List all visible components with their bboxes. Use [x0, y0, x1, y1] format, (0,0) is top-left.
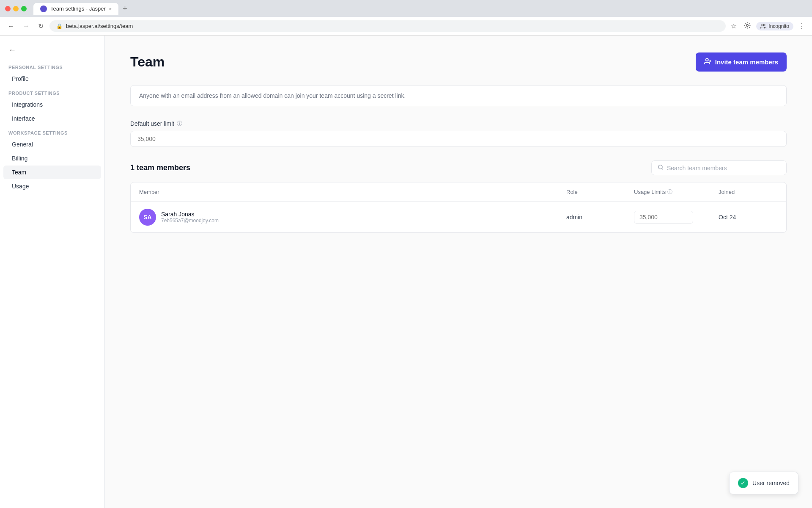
team-members-count: 1 team members: [130, 163, 190, 172]
close-dot[interactable]: [5, 6, 11, 11]
sidebar-item-usage[interactable]: Usage: [3, 179, 101, 193]
workspace-settings-section: Workspace settings General Billing Team …: [0, 127, 104, 193]
default-user-limit-label: Default user limit ⓘ: [130, 120, 787, 127]
address-bar[interactable]: 🔒 beta.jasper.ai/settings/team: [49, 20, 726, 32]
page-title: Team: [130, 54, 165, 70]
member-name: Sarah Jonas: [161, 211, 219, 218]
browser-menu-button[interactable]: ⋮: [797, 20, 807, 32]
invite-team-members-button[interactable]: Invite team members: [696, 52, 787, 72]
sidebar-item-team[interactable]: Team: [3, 166, 101, 179]
team-members-header: 1 team members: [130, 160, 787, 175]
member-info: Sarah Jonas 7eb565a7@moodjoy.com: [161, 211, 219, 224]
usage-limits-cell: [634, 211, 719, 224]
svg-point-1: [762, 24, 764, 26]
usage-limits-column-header: Usage Limits ⓘ: [634, 188, 719, 196]
browser-titlebar: Team settings - Jasper × +: [0, 0, 812, 17]
search-icon: [658, 164, 664, 171]
incognito-label: Incognito: [768, 23, 789, 29]
search-bar[interactable]: [651, 160, 787, 175]
usage-limit-input[interactable]: [634, 211, 693, 224]
invite-icon: [704, 58, 712, 66]
product-settings-heading: Product settings: [0, 87, 104, 97]
sidebar-item-interface[interactable]: Interface: [3, 112, 101, 125]
member-column-header: Member: [139, 188, 566, 196]
minimize-dot[interactable]: [13, 6, 19, 11]
table-row: SA Sarah Jonas 7eb565a7@moodjoy.com admi…: [131, 202, 786, 232]
svg-point-0: [746, 24, 749, 26]
table-header-row: Member Role Usage Limits ⓘ Joined: [131, 182, 786, 202]
bookmark-button[interactable]: ☆: [729, 20, 738, 32]
info-banner: Anyone with an email address from an all…: [130, 85, 787, 106]
incognito-badge: Incognito: [756, 22, 793, 30]
member-email: 7eb565a7@moodjoy.com: [161, 218, 219, 224]
svg-line-6: [662, 168, 663, 170]
info-icon: ⓘ: [177, 120, 182, 127]
sidebar-item-integrations[interactable]: Integrations: [3, 98, 101, 111]
sidebar-item-billing[interactable]: Billing: [3, 152, 101, 165]
sidebar-item-general[interactable]: General: [3, 138, 101, 151]
main-content: Team Invite team members Anyone with an …: [105, 36, 812, 508]
usage-limits-info-icon: ⓘ: [667, 188, 672, 196]
maximize-dot[interactable]: [21, 6, 27, 11]
role-column-header: Role: [566, 188, 634, 196]
browser-window-controls: [5, 6, 27, 11]
tab-title: Team settings - Jasper: [50, 6, 106, 12]
tab-close-button[interactable]: ×: [109, 6, 112, 11]
page-header: Team Invite team members: [130, 52, 787, 72]
browser-toolbar: ← → ↻ 🔒 beta.jasper.ai/settings/team ☆ I…: [0, 17, 812, 36]
avatar: SA: [139, 209, 156, 226]
default-user-limit-field: Default user limit ⓘ: [130, 120, 787, 160]
info-banner-text: Anyone with an email address from an all…: [139, 92, 406, 99]
joined-column-header: Joined: [719, 188, 778, 196]
default-user-limit-input[interactable]: [130, 131, 787, 147]
app-layout: ← Personal settings Profile Product sett…: [0, 36, 812, 508]
personal-settings-heading: Personal settings: [0, 61, 104, 72]
personal-settings-section: Personal settings Profile: [0, 61, 104, 86]
tab-favicon: [40, 6, 47, 12]
search-team-members-input[interactable]: [667, 165, 780, 171]
forward-button[interactable]: →: [20, 21, 32, 32]
toast-message: User removed: [752, 480, 790, 486]
sidebar-item-profile[interactable]: Profile: [3, 72, 101, 86]
security-lock-icon: 🔒: [56, 23, 63, 29]
svg-point-2: [706, 58, 708, 61]
svg-point-5: [658, 165, 662, 169]
active-tab[interactable]: Team settings - Jasper ×: [33, 3, 118, 15]
product-settings-section: Product settings Integrations Interface: [0, 87, 104, 125]
sidebar: ← Personal settings Profile Product sett…: [0, 36, 105, 508]
address-text: beta.jasper.ai/settings/team: [66, 23, 133, 29]
joined-cell: Oct 24: [719, 214, 778, 221]
member-cell: SA Sarah Jonas 7eb565a7@moodjoy.com: [139, 209, 566, 226]
refresh-button[interactable]: ↻: [36, 20, 46, 32]
back-button[interactable]: ←: [5, 21, 17, 32]
browser-tabs: Team settings - Jasper × +: [33, 3, 131, 15]
sidebar-back: ←: [0, 42, 104, 61]
extensions-button[interactable]: [742, 20, 753, 33]
toast-check-icon: ✓: [738, 478, 748, 488]
back-button[interactable]: ←: [8, 46, 16, 55]
new-tab-button[interactable]: +: [119, 3, 131, 15]
browser-chrome: Team settings - Jasper × + ← → ↻ 🔒 beta.…: [0, 0, 812, 36]
members-table: Member Role Usage Limits ⓘ Joined SA Sar…: [130, 182, 787, 233]
toast-notification: ✓ User removed: [729, 472, 798, 494]
browser-actions: ☆ Incognito ⋮: [729, 20, 807, 33]
workspace-settings-heading: Workspace settings: [0, 127, 104, 137]
role-cell: admin: [566, 214, 634, 221]
